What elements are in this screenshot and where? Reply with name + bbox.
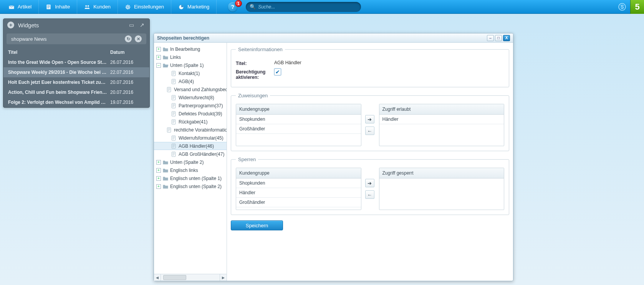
- tree-node[interactable]: +In Bearbeitung: [154, 45, 227, 53]
- refresh-icon[interactable]: ↻: [125, 35, 132, 42]
- news-row[interactable]: Shopware Weekly 29/2016 - Die Woche bei …: [3, 67, 149, 77]
- list-item[interactable]: Großhändler: [236, 124, 361, 134]
- tree-node[interactable]: +Englisch unten (Spalte 2): [154, 182, 227, 190]
- tree-label: Defektes Produkt(39): [179, 111, 222, 117]
- tree-node[interactable]: +Englisch links: [154, 166, 227, 174]
- add-widget-button[interactable]: +: [7, 22, 14, 28]
- menu-label: Marketing: [187, 4, 209, 10]
- tree-node[interactable]: +Unten (Spalte 2): [154, 158, 227, 166]
- list-item[interactable]: Händler: [379, 115, 504, 124]
- list-item[interactable]: Shopkunden: [236, 115, 361, 124]
- tree-label: Rückgabe(41): [179, 119, 207, 125]
- minimize-icon[interactable]: ▭: [128, 22, 135, 28]
- block-selected-header: Zugriff gesperrt: [379, 168, 504, 178]
- tree-toggle-icon[interactable]: +: [156, 176, 161, 181]
- tree-toggle-icon[interactable]: +: [156, 47, 161, 52]
- move-right-button[interactable]: ➔: [365, 115, 374, 123]
- file-icon: [171, 152, 177, 157]
- assign-selected-list: Zugriff erlaubt Händler: [379, 104, 505, 146]
- tree-node[interactable]: Partnerprogramm(37): [154, 102, 227, 110]
- tree-node[interactable]: Widerrufsrecht(8): [154, 93, 227, 102]
- tree-node[interactable]: AGB GroßHändler(47): [154, 150, 227, 158]
- menu-label: Inhalte: [55, 4, 70, 10]
- scroll-right-icon[interactable]: ►: [220, 274, 227, 281]
- menu-artikel[interactable]: Artikel: [2, 0, 39, 14]
- list-item[interactable]: Händler: [236, 188, 361, 198]
- tree-label: AGB Händler(46): [179, 143, 214, 149]
- file-icon: [166, 87, 172, 92]
- news-title: Folge 2: Verfolgt den Wechsel von Amplid…: [8, 100, 110, 105]
- tree-node[interactable]: –Unten (Spalte 1): [154, 61, 227, 69]
- file-icon: [171, 143, 177, 149]
- popout-icon[interactable]: ↗: [139, 22, 146, 28]
- tree-toggle-icon[interactable]: +: [156, 184, 161, 189]
- block-available-header: Kundengruppe: [236, 168, 361, 178]
- tree-node[interactable]: +Links: [154, 53, 227, 61]
- move-left-button[interactable]: ←: [365, 127, 374, 135]
- block-available-list: Kundengruppe ShopkundenHändlerGroßhändle…: [236, 168, 361, 210]
- scroll-left-icon[interactable]: ◄: [154, 274, 161, 281]
- menu-kunden[interactable]: Kunden: [77, 0, 118, 14]
- window-minimize-button[interactable]: –: [487, 35, 494, 41]
- tree-node[interactable]: AGB Händler(46): [154, 142, 227, 150]
- news-row[interactable]: Action, Chill und Fun beim Shopware Frie…: [3, 87, 149, 97]
- tree-node[interactable]: Versand und Zahlungsbedingu: [154, 85, 227, 93]
- tree-toggle-icon[interactable]: +: [156, 55, 161, 60]
- news-date: 26.07.2016: [110, 60, 145, 65]
- window-close-button[interactable]: X: [503, 35, 510, 41]
- tree-node[interactable]: Widerrufsformular(45): [154, 134, 227, 142]
- tree-label: Versand und Zahlungsbedingu: [174, 87, 227, 92]
- tree-label: AGB GroßHändler(47): [179, 152, 224, 157]
- folder-icon: [162, 160, 169, 165]
- menu-einstellungen[interactable]: Einstellungen: [118, 0, 171, 14]
- menu-marketing[interactable]: Marketing: [171, 0, 217, 14]
- close-widget-icon[interactable]: ✕: [135, 35, 142, 42]
- assignments-fieldset: Zuweisungen Kundengruppe ShopkundenGroßh…: [231, 93, 509, 151]
- block-move-right-button[interactable]: ➔: [365, 179, 374, 187]
- widgets-title: Widgets: [18, 22, 39, 28]
- tree-node[interactable]: Defektes Produkt(39): [154, 110, 227, 118]
- file-icon: [171, 79, 177, 84]
- help-button[interactable]: ? 1: [228, 2, 237, 12]
- folder-icon: [162, 47, 169, 52]
- save-button[interactable]: Speichern: [231, 220, 283, 230]
- tree-toggle-spacer: [165, 95, 169, 100]
- page-tree: +In Bearbeitung+Links–Unten (Spalte 1)Ko…: [154, 43, 227, 281]
- tree-node[interactable]: rechtliche Vorabinformationen(: [154, 126, 227, 134]
- tree-node[interactable]: Kontakt(1): [154, 69, 227, 77]
- permission-checkbox[interactable]: ✔: [274, 68, 281, 75]
- menu-label: Einstellungen: [134, 4, 164, 10]
- scroll-thumb[interactable]: [163, 275, 186, 280]
- tree-label: Kontakt(1): [179, 71, 200, 76]
- top-menubar: ArtikelInhalteKundenEinstellungenMarketi…: [0, 0, 644, 14]
- tree-label: rechtliche Vorabinformationen(: [174, 127, 227, 133]
- list-item[interactable]: Shopkunden: [236, 178, 361, 188]
- file-icon: [171, 119, 177, 125]
- news-row[interactable]: Holt Euch jetzt Euer kostenfreies Ticket…: [3, 77, 149, 87]
- global-search[interactable]: 🔍: [246, 2, 361, 12]
- block-selected-list: Zugriff gesperrt: [379, 168, 505, 210]
- tree-label: Englisch links: [170, 168, 198, 173]
- page-icon: [46, 4, 52, 10]
- tree-toggle-icon[interactable]: +: [156, 160, 161, 165]
- tree-node[interactable]: +Englisch unten (Spalte 1): [154, 174, 227, 182]
- tree-node[interactable]: AGB(4): [154, 77, 227, 85]
- news-row[interactable]: Folge 2: Verfolgt den Wechsel von Amplid…: [3, 97, 149, 107]
- tree-toggle-icon[interactable]: +: [156, 168, 161, 173]
- window-maximize-button[interactable]: □: [495, 35, 502, 41]
- tree-label: Englisch unten (Spalte 2): [170, 184, 222, 189]
- list-item[interactable]: Großhändler: [236, 198, 361, 207]
- tree-toggle-icon[interactable]: –: [156, 63, 161, 68]
- search-input[interactable]: [258, 4, 357, 10]
- version-badge: 5: [630, 0, 644, 14]
- tree-h-scrollbar[interactable]: ◄ ►: [154, 274, 227, 281]
- tray-icon: [8, 4, 15, 10]
- news-row[interactable]: Into the Great Wide Open - Open Source S…: [3, 57, 149, 67]
- block-move-left-button[interactable]: ←: [365, 190, 374, 199]
- menu-inhalte[interactable]: Inhalte: [39, 0, 77, 14]
- tree-toggle-spacer: [165, 136, 169, 140]
- folder-open-icon: [162, 63, 169, 68]
- brand-logo-icon: ⓢ: [614, 0, 630, 14]
- tree-toggle-spacer: [165, 112, 169, 116]
- tree-node[interactable]: Rückgabe(41): [154, 118, 227, 126]
